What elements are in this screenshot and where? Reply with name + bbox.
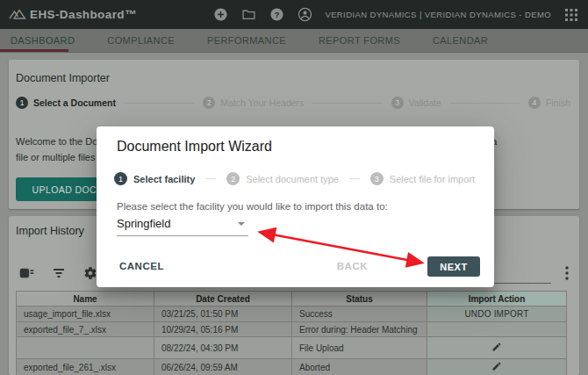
import-history-title: Import History	[16, 225, 84, 237]
step-label: Validate	[409, 97, 441, 108]
table-row: exported_file_261_.xlsx 06/26/24, 09:59 …	[17, 359, 567, 375]
cell-name: usage_import_file.xlsx	[17, 306, 154, 322]
col-header-import-action[interactable]: Import Action	[427, 292, 567, 306]
help-icon[interactable]: ?	[269, 7, 284, 23]
col-header-status[interactable]: Status	[292, 292, 427, 306]
add-icon[interactable]	[212, 7, 228, 23]
cell-status: File Upload	[292, 337, 427, 359]
edit-icon[interactable]	[491, 364, 502, 373]
facility-select[interactable]: Springfield	[117, 217, 248, 236]
chevron-down-icon	[238, 222, 245, 226]
svg-text:?: ?	[275, 11, 280, 19]
step-connector	[205, 178, 216, 179]
app-window: EHS-Dashboard™ ? VERIDIAN DYNAMICS | VER…	[0, 0, 588, 375]
table-row: 08/22/24, 04:30 PM File Upload	[17, 337, 567, 359]
step-number: 4	[528, 97, 541, 109]
cell-action	[427, 322, 567, 337]
dialog-step-1: 1 Select facility	[114, 172, 195, 185]
table-row: usage_import_file.xlsx 03/21/25, 01:50 P…	[17, 306, 567, 322]
tab-performance[interactable]: PERFORMANCE	[197, 29, 297, 52]
step-number: 2	[226, 172, 240, 185]
col-header-date-created[interactable]: Date Created	[154, 292, 292, 306]
step-label: Match Your Headers	[220, 97, 304, 108]
step-number: 1	[16, 97, 28, 109]
cell-status: Error during: Header Matching	[292, 322, 427, 337]
cell-date: 03/21/25, 01:50 PM	[154, 306, 292, 322]
tab-compliance[interactable]: COMPLIANCE	[97, 29, 185, 52]
kebab-menu-icon[interactable]	[561, 265, 573, 280]
dialog-stepper: 1 Select facility 2 Select document type…	[114, 171, 475, 186]
account-icon[interactable]	[297, 7, 312, 23]
apps-grid-icon[interactable]	[563, 7, 579, 23]
cell-action	[427, 359, 567, 375]
step-number: 2	[203, 97, 215, 109]
active-tab-underline	[0, 49, 68, 52]
table-header-row: Name Date Created Status Import Action	[17, 292, 567, 306]
app-logo: EHS-Dashboard™	[9, 7, 137, 23]
step-number: 3	[370, 172, 384, 185]
dialog-step-2: 2 Select document type	[226, 172, 339, 185]
step-number: 1	[114, 172, 127, 185]
importer-step-4: 4 Finish	[528, 97, 570, 109]
cell-action: UNDO IMPORT	[427, 306, 567, 322]
next-button[interactable]: NEXT	[427, 256, 480, 277]
history-search-input[interactable]	[491, 270, 551, 284]
cell-name: exported_file_261_.xlsx	[17, 359, 154, 375]
cell-status: Success	[292, 306, 427, 322]
import-history-table: Name Date Created Status Import Action u…	[16, 291, 567, 375]
importer-step-1: 1 Select a Document	[16, 97, 116, 109]
importer-title: Document Importer	[16, 72, 110, 84]
cell-name: exported_file_7_.xlsx	[17, 322, 154, 337]
edit-icon[interactable]	[491, 344, 502, 354]
step-label: Select document type	[246, 174, 339, 184]
cell-date: 08/22/24, 04:30 PM	[154, 337, 292, 359]
step-label: Select file for import	[390, 174, 475, 184]
history-search-field	[491, 267, 551, 284]
select-underline	[117, 235, 248, 236]
cell-status: Aborted	[292, 359, 427, 375]
importer-stepper: 1 Select a Document 2 Match Your Headers…	[16, 95, 570, 111]
step-connector	[450, 103, 520, 104]
facility-prompt: Please select the facility you would lik…	[117, 201, 388, 212]
document-import-wizard-dialog: Document Import Wizard 1 Select facility…	[97, 126, 494, 287]
undo-import-button[interactable]: UNDO IMPORT	[464, 309, 528, 319]
app-header: EHS-Dashboard™ ? VERIDIAN DYNAMICS | VER…	[0, 0, 588, 29]
importer-step-2: 2 Match Your Headers	[203, 97, 304, 109]
settings-gear-icon[interactable]	[82, 265, 97, 280]
step-label: Finish	[546, 97, 570, 108]
dialog-title: Document Import Wizard	[117, 139, 272, 155]
cell-date: 10/29/24, 05:16 PM	[154, 322, 292, 337]
tab-calendar[interactable]: CALENDAR	[422, 29, 498, 52]
step-label: Select facility	[133, 174, 195, 184]
step-label: Select a Document	[33, 97, 116, 108]
folder-icon[interactable]	[240, 7, 256, 23]
table-row: exported_file_7_.xlsx 10/29/24, 05:16 PM…	[17, 322, 567, 337]
dialog-step-3: 3 Select file for import	[370, 172, 475, 185]
step-number: 3	[391, 97, 404, 109]
display-columns-icon[interactable]	[19, 265, 34, 280]
header-actions: ? VERIDIAN DYNAMICS | VERIDIAN DYNAMICS …	[212, 7, 579, 23]
dialog-footer: CANCEL BACK NEXT	[97, 256, 494, 278]
cell-date: 06/26/24, 09:59 AM	[154, 359, 292, 375]
tab-report-forms[interactable]: REPORT FORMS	[308, 29, 411, 52]
facility-select-value: Springfield	[117, 217, 248, 235]
cell-name	[17, 337, 154, 359]
step-connector	[349, 178, 360, 179]
cell-action	[427, 337, 567, 359]
back-button[interactable]: BACK	[337, 261, 368, 271]
importer-step-3: 3 Validate	[391, 97, 441, 109]
account-context-label: VERIDIAN DYNAMICS | VERIDIAN DYNAMICS - …	[325, 10, 551, 19]
step-connector	[312, 103, 382, 104]
filter-icon[interactable]	[51, 265, 66, 280]
cancel-button[interactable]: CANCEL	[119, 261, 164, 271]
mountain-logo-icon	[9, 7, 26, 23]
main-nav: DASHBOARD COMPLIANCE PERFORMANCE REPORT …	[0, 29, 588, 53]
step-connector	[125, 103, 194, 104]
logo-text: EHS-Dashboard™	[30, 8, 137, 21]
col-header-name[interactable]: Name	[17, 292, 154, 306]
